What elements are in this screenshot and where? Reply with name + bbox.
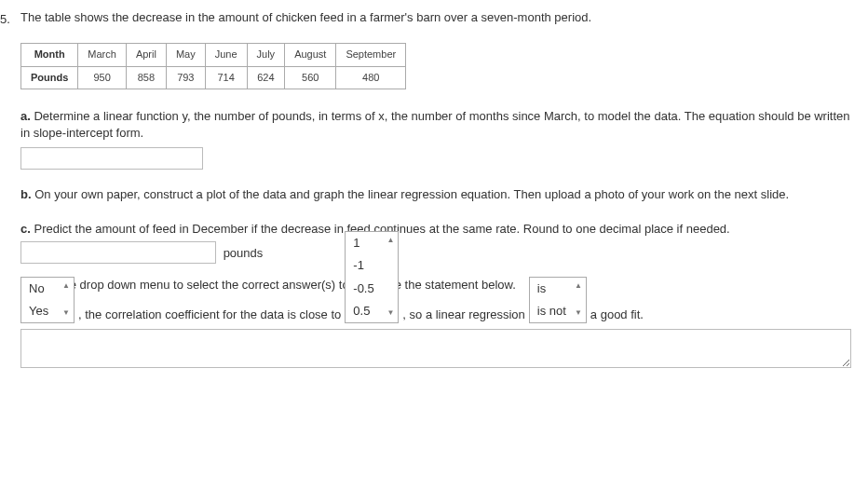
cell: July <box>247 44 285 66</box>
chevron-up-icon: ▲ <box>387 235 394 245</box>
dropdown-yesno-wrap[interactable]: ▲ No Yes ▼ <box>20 303 75 323</box>
dropdown-yesno-menu[interactable]: ▲ No Yes ▼ <box>20 277 75 323</box>
cell: April <box>126 44 166 66</box>
part-c-input[interactable] <box>20 241 216 264</box>
part-b-label: b. <box>20 187 32 201</box>
completion-sentence: ▲ No Yes ▼ , the correlation coefficient… <box>20 303 861 323</box>
part-b-text: On your own paper, construct a plot of t… <box>34 187 789 201</box>
data-table: Month March April May June July August S… <box>20 43 406 89</box>
cell: June <box>205 44 247 66</box>
cell: 714 <box>205 66 247 89</box>
cell: 793 <box>166 66 205 89</box>
part-c-label: c. <box>20 222 31 236</box>
chevron-up-icon: ▲ <box>575 280 582 291</box>
dropdown-option[interactable]: -0.5 <box>346 278 398 300</box>
cell: 480 <box>336 66 406 89</box>
part-b: b. On your own paper, construct a plot o… <box>20 186 861 203</box>
chevron-down-icon: ▼ <box>387 307 394 318</box>
cell: May <box>166 44 205 66</box>
part-c-unit: pounds <box>224 245 264 259</box>
row-header-pounds: Pounds <box>21 66 78 89</box>
chevron-down-icon: ▼ <box>62 307 70 318</box>
part-a-text: Determine a linear function y, the numbe… <box>20 109 850 140</box>
explanation-textarea[interactable] <box>20 329 851 368</box>
dropdown-isnot-wrap[interactable]: ▲ is is not ▼ <box>529 303 587 323</box>
part-d: d. Use the drop down menu to select the … <box>20 277 861 293</box>
cell: 560 <box>285 66 336 89</box>
part-d-text: Use the drop down menu to select the cor… <box>34 278 516 292</box>
dropdown-coeff-wrap[interactable]: ▲ 1 -1 -0.5 0.5 ▼ <box>345 303 399 323</box>
part-a-input[interactable] <box>20 147 203 170</box>
intro-text: The table shows the decrease in the amou… <box>20 9 861 26</box>
part-c: c. Predict the amount of feed in Decembe… <box>20 221 861 264</box>
cell: 950 <box>78 66 127 89</box>
question-number: 5. <box>0 9 17 28</box>
question-content: The table shows the decrease in the amou… <box>20 9 861 373</box>
cell: August <box>285 44 336 66</box>
dropdown-isnot-menu[interactable]: ▲ is is not ▼ <box>529 277 587 323</box>
chevron-up-icon: ▲ <box>62 280 70 291</box>
part-a: a. Determine a linear function y, the nu… <box>20 108 861 170</box>
dropdown-coeff-menu[interactable]: ▲ 1 -1 -0.5 0.5 ▼ <box>345 231 399 323</box>
dropdown-option[interactable]: -1 <box>346 254 398 277</box>
sentence-seg3: a good fit. <box>590 307 644 323</box>
table-row: Month March April May June July August S… <box>21 44 406 66</box>
row-header-month: Month <box>21 44 78 66</box>
cell: 624 <box>247 66 285 89</box>
chevron-down-icon: ▼ <box>575 307 582 318</box>
part-a-label: a. <box>20 109 31 123</box>
table-row: Pounds 950 858 793 714 624 560 480 <box>21 66 406 89</box>
cell: September <box>336 44 406 66</box>
sentence-seg2: , so a linear regression <box>402 307 525 323</box>
sentence-seg1: , the correlation coefficient for the da… <box>78 307 341 323</box>
cell: March <box>78 44 127 66</box>
cell: 858 <box>126 66 166 89</box>
